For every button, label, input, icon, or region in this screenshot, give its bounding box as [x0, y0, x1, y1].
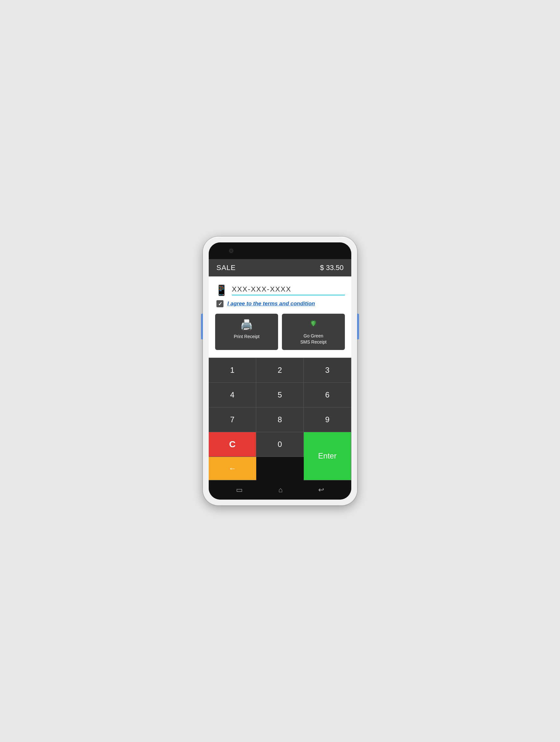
key-1[interactable]: 1 [209, 358, 256, 383]
key-8[interactable]: 8 [256, 408, 304, 432]
phone-input[interactable]: XXX-XXX-XXXX [232, 285, 345, 294]
power-button-right [357, 314, 359, 339]
phone-field-wrapper: XXX-XXX-XXXX [232, 285, 345, 296]
nav-bar: ▭ ⌂ ↩ [209, 480, 351, 499]
amount-label: $ 33.50 [320, 264, 344, 272]
phone-icon: 📱 [215, 284, 228, 296]
key-3[interactable]: 3 [304, 358, 351, 383]
screen-content: SALE $ 33.50 📱 XXX-XXX-XXXX ✓ I ag [209, 259, 351, 480]
print-icon: 🖨️ [240, 319, 253, 331]
menu-nav-icon[interactable]: ▭ [236, 486, 243, 494]
volume-button-left [201, 314, 203, 339]
clear-button[interactable]: C [209, 432, 256, 457]
key-7[interactable]: 7 [209, 408, 256, 432]
home-nav-icon[interactable]: ⌂ [278, 486, 283, 494]
numpad: 1 2 3 4 5 6 7 8 9 C 0 Enter ← [209, 358, 351, 480]
key-0[interactable]: 0 [256, 432, 304, 457]
terms-checkbox[interactable]: ✓ [216, 300, 223, 307]
sale-label: SALE [216, 264, 236, 272]
key-9[interactable]: 9 [304, 408, 351, 432]
key-6[interactable]: 6 [304, 383, 351, 408]
key-4[interactable]: 4 [209, 383, 256, 408]
back-nav-icon[interactable]: ↩ [318, 486, 324, 494]
backspace-button[interactable]: ← [209, 457, 256, 480]
receipt-buttons-row: 🖨️ Print Receipt Go GreenSMS Receipt [215, 314, 345, 351]
input-area: 📱 XXX-XXX-XXXX ✓ I agree to the terms an… [209, 276, 351, 357]
svg-point-2 [313, 321, 314, 322]
enter-button[interactable]: Enter [304, 432, 351, 480]
checkbox-checkmark: ✓ [218, 301, 222, 307]
header-bar: SALE $ 33.50 [209, 259, 351, 276]
device-frame: SALE $ 33.50 📱 XXX-XXX-XXXX ✓ I ag [203, 236, 357, 505]
terms-link[interactable]: I agree to the terms and condition [227, 300, 315, 307]
key-5[interactable]: 5 [256, 383, 304, 408]
camera-icon [229, 249, 233, 253]
terms-checkbox-row: ✓ I agree to the terms and condition [215, 300, 345, 307]
go-green-icon [308, 319, 319, 330]
top-bar [209, 243, 351, 259]
sms-receipt-button[interactable]: Go GreenSMS Receipt [282, 314, 345, 350]
phone-input-row: 📱 XXX-XXX-XXXX [215, 284, 345, 296]
print-receipt-label: Print Receipt [234, 333, 259, 339]
print-receipt-button[interactable]: 🖨️ Print Receipt [215, 314, 278, 350]
key-2[interactable]: 2 [256, 358, 304, 383]
device-screen: SALE $ 33.50 📱 XXX-XXX-XXXX ✓ I ag [209, 243, 351, 499]
sms-receipt-label: Go GreenSMS Receipt [300, 333, 326, 344]
